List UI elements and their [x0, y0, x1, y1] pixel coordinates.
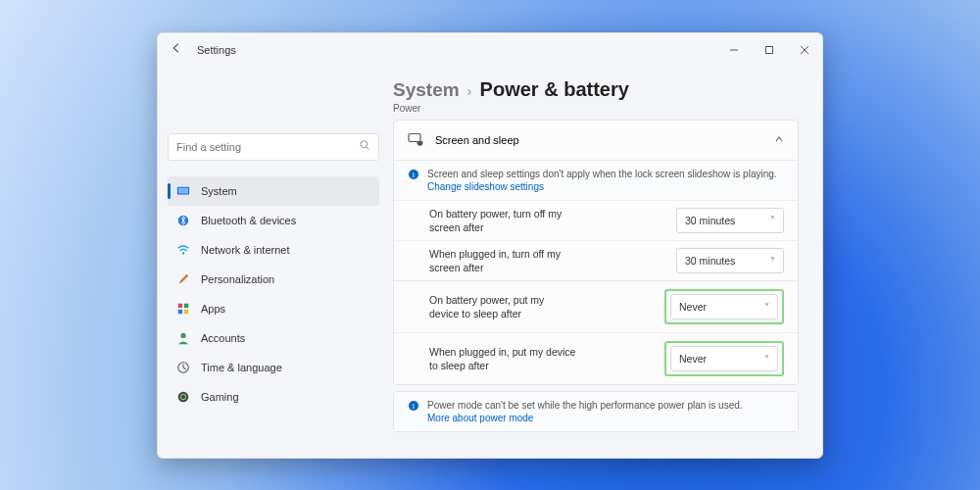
svg-text:i: i [413, 402, 415, 411]
svg-rect-7 [178, 187, 189, 193]
wifi-icon [175, 242, 191, 258]
nav-apps[interactable]: Apps [168, 294, 379, 323]
section-heading: Power [393, 103, 799, 114]
nav-label: Network & internet [201, 244, 289, 256]
nav-list: System Bluetooth & devices Network & int… [168, 176, 379, 412]
clock-icon [175, 360, 191, 375]
nav-bluetooth[interactable]: Bluetooth & devices [168, 206, 379, 235]
svg-rect-12 [178, 309, 182, 313]
chevron-right-icon: › [467, 82, 472, 99]
dropdown-value: 30 minutes [685, 215, 735, 226]
nav-label: Personalization [201, 273, 274, 285]
svg-line-5 [367, 147, 369, 150]
dropdown-value: Never [679, 353, 707, 365]
nav-label: Time & language [201, 362, 282, 373]
slideshow-info: i Screen and sleep settings don't apply … [394, 160, 798, 200]
power-mode-link[interactable]: More about power mode [427, 413, 743, 423]
screen-icon [408, 131, 425, 149]
search-icon [359, 139, 370, 154]
chevron-down-icon: ˅ [770, 215, 775, 225]
minimize-button[interactable] [716, 33, 752, 67]
breadcrumb-root[interactable]: System [393, 79, 460, 101]
page-title: Power & battery [480, 78, 629, 101]
svg-rect-10 [178, 303, 182, 307]
gaming-icon [175, 389, 191, 405]
dropdown-value: 30 minutes [685, 255, 735, 267]
window-controls [716, 33, 822, 67]
nav-label: System [201, 185, 237, 197]
setting-label: On battery power, put my device to sleep… [429, 293, 576, 320]
nav-network[interactable]: Network & internet [168, 235, 379, 265]
nav-label: Apps [201, 303, 225, 315]
power-mode-card: i Power mode can't be set while the high… [393, 391, 799, 432]
svg-point-4 [361, 141, 368, 148]
nav-label: Accounts [201, 332, 245, 344]
chevron-down-icon: ˅ [770, 256, 775, 267]
apps-icon [175, 301, 191, 317]
nav-gaming[interactable]: Gaming [168, 382, 379, 412]
plugged-screen-dropdown[interactable]: 30 minutes ˅ [676, 248, 784, 273]
sidebar: System Bluetooth & devices Network & int… [158, 67, 389, 458]
highlight-annotation: Never ˅ [664, 341, 784, 376]
nav-accounts[interactable]: Accounts [168, 323, 379, 353]
svg-point-14 [180, 332, 185, 337]
svg-rect-13 [184, 309, 188, 313]
slideshow-settings-link[interactable]: Change slideshow settings [427, 181, 777, 192]
info-icon: i [408, 400, 419, 412]
close-button[interactable] [787, 33, 822, 67]
main-content: System › Power & battery Power Screen an… [389, 67, 822, 458]
info-text: Power mode can't be set while the high p… [427, 400, 743, 411]
setting-plugged-screen: When plugged in, turn off my screen afte… [394, 240, 798, 280]
person-icon [175, 330, 191, 346]
battery-screen-dropdown[interactable]: 30 minutes ˅ [676, 208, 784, 233]
svg-text:i: i [413, 171, 415, 179]
breadcrumb: System › Power & battery [393, 78, 799, 101]
maximize-button[interactable] [752, 33, 787, 67]
card-title: Screen and sleep [435, 134, 519, 146]
info-text: Screen and sleep settings don't apply wh… [427, 169, 777, 179]
titlebar: Settings [158, 33, 822, 67]
screen-sleep-card: Screen and sleep i Screen and sleep sett… [393, 120, 799, 386]
setting-battery-sleep: On battery power, put my device to sleep… [394, 280, 798, 332]
nav-label: Gaming [201, 391, 239, 403]
highlight-annotation: Never ˅ [664, 289, 784, 324]
nav-system[interactable]: System [168, 176, 379, 206]
settings-window: Settings System Blue [157, 32, 823, 459]
nav-label: Bluetooth & devices [201, 215, 296, 226]
setting-label: When plugged in, put my device to sleep … [429, 345, 576, 372]
back-button[interactable] [170, 41, 185, 58]
setting-label: On battery power, turn off my screen aft… [429, 207, 576, 234]
nav-time-language[interactable]: Time & language [168, 353, 379, 382]
svg-rect-18 [409, 133, 420, 141]
profile-area [168, 74, 379, 133]
nav-personalization[interactable]: Personalization [168, 265, 379, 294]
svg-rect-1 [766, 46, 773, 53]
plugged-sleep-dropdown[interactable]: Never ˅ [670, 346, 778, 371]
info-icon: i [408, 169, 419, 180]
app-title: Settings [197, 44, 236, 56]
dropdown-value: Never [679, 301, 707, 313]
search-box[interactable] [168, 133, 379, 161]
svg-rect-11 [184, 303, 188, 307]
system-icon [175, 183, 191, 199]
chevron-up-icon [774, 134, 784, 146]
brush-icon [175, 271, 191, 287]
setting-battery-screen: On battery power, turn off my screen aft… [394, 200, 798, 240]
battery-sleep-dropdown[interactable]: Never ˅ [670, 294, 778, 319]
svg-point-9 [182, 252, 184, 254]
setting-label: When plugged in, turn off my screen afte… [429, 247, 576, 274]
power-mode-info: i Power mode can't be set while the high… [394, 392, 798, 431]
bluetooth-icon [175, 213, 191, 228]
chevron-down-icon: ˅ [764, 302, 769, 313]
search-input[interactable] [176, 141, 359, 153]
chevron-down-icon: ˅ [764, 354, 769, 365]
setting-plugged-sleep: When plugged in, put my device to sleep … [394, 332, 798, 384]
screen-sleep-header[interactable]: Screen and sleep [394, 121, 798, 160]
svg-point-16 [178, 391, 189, 402]
